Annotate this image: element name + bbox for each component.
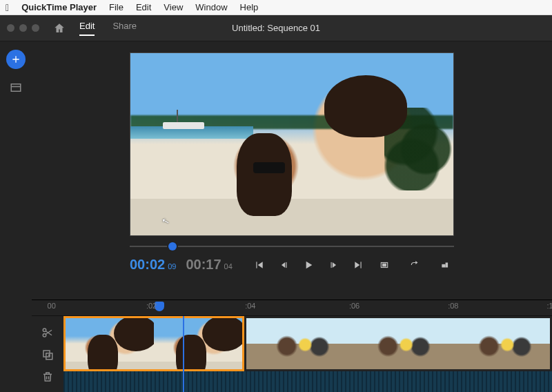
mac-menubar:  QuickTime Player File Edit View Window… bbox=[0, 0, 552, 15]
ruler-tick: :06 bbox=[349, 302, 359, 310]
clip[interactable] bbox=[244, 316, 552, 371]
add-media-button[interactable] bbox=[6, 50, 26, 69]
timeline-track[interactable] bbox=[63, 316, 552, 392]
scissors-icon[interactable] bbox=[37, 324, 58, 341]
clip-thumbnail bbox=[348, 318, 449, 369]
marker-button[interactable] bbox=[436, 257, 454, 273]
audio-track[interactable] bbox=[63, 371, 552, 392]
clip-thumbnail bbox=[66, 318, 154, 369]
playhead-line[interactable] bbox=[183, 316, 184, 392]
clip-thumbnail bbox=[154, 318, 242, 369]
preview-area: ↖ 00:02 09 00:17 bbox=[32, 41, 552, 295]
trash-icon[interactable] bbox=[37, 369, 58, 385]
app-window: Edit Share Untitled: Sequence 01 bbox=[0, 15, 552, 392]
svg-point-10 bbox=[43, 329, 46, 332]
home-icon[interactable] bbox=[53, 22, 66, 35]
clip-thumbnail bbox=[246, 318, 348, 369]
svg-rect-9 bbox=[446, 262, 448, 267]
menu-view[interactable]: View bbox=[164, 2, 183, 12]
go-to-start-button[interactable] bbox=[252, 257, 267, 273]
go-to-end-button[interactable] bbox=[351, 257, 366, 273]
app-menu[interactable]: QuickTime Player bbox=[21, 2, 97, 12]
svg-rect-8 bbox=[442, 264, 445, 267]
scrub-handle[interactable] bbox=[168, 242, 177, 251]
ruler-tick: :10 bbox=[546, 302, 552, 310]
clip-thumbnail bbox=[448, 318, 550, 369]
timeline bbox=[32, 316, 552, 392]
svg-point-11 bbox=[43, 334, 46, 337]
fullscreen-button[interactable] bbox=[375, 257, 393, 273]
video-frame bbox=[130, 53, 453, 235]
program-monitor[interactable]: ↖ bbox=[130, 52, 454, 236]
menu-help[interactable]: Help bbox=[240, 2, 259, 12]
traffic-zoom-icon[interactable] bbox=[32, 24, 39, 32]
window-controls[interactable] bbox=[7, 24, 39, 32]
ruler-tick: :04 bbox=[245, 302, 255, 310]
total-time: 00:17 04 bbox=[186, 257, 232, 273]
menu-file[interactable]: File bbox=[109, 2, 124, 12]
loop-button[interactable] bbox=[406, 257, 424, 273]
apple-menu-icon[interactable]:  bbox=[6, 2, 9, 13]
ruler-tick: :08 bbox=[448, 302, 458, 310]
svg-rect-3 bbox=[286, 262, 286, 267]
transport-bar: 00:02 09 00:17 04 bbox=[130, 257, 454, 273]
tab-edit[interactable]: Edit bbox=[79, 21, 95, 35]
timeline-ruler[interactable]: 00:02:04:06:08:10 bbox=[32, 300, 552, 316]
ruler-tick: :02 bbox=[146, 302, 157, 310]
current-time: 00:02 09 bbox=[130, 257, 176, 273]
tab-share[interactable]: Share bbox=[112, 21, 137, 35]
main-area: ↖ 00:02 09 00:17 bbox=[32, 41, 552, 392]
project-panel-icon[interactable] bbox=[10, 81, 22, 94]
clip[interactable] bbox=[63, 316, 244, 371]
step-forward-button[interactable] bbox=[326, 257, 341, 273]
step-back-button[interactable] bbox=[277, 257, 292, 273]
traffic-close-icon[interactable] bbox=[7, 24, 14, 32]
svg-rect-7 bbox=[383, 264, 386, 266]
svg-rect-2 bbox=[256, 262, 257, 268]
left-rail bbox=[0, 41, 32, 392]
mode-tabs: Edit Share bbox=[79, 21, 137, 35]
traffic-minimize-icon[interactable] bbox=[19, 24, 27, 32]
menu-edit[interactable]: Edit bbox=[136, 2, 151, 12]
play-button[interactable] bbox=[302, 257, 317, 273]
svg-rect-4 bbox=[331, 262, 332, 267]
svg-rect-0 bbox=[11, 84, 21, 92]
document-title: Untitled: Sequence 01 bbox=[232, 23, 320, 33]
preview-scrub[interactable] bbox=[130, 240, 454, 253]
duplicate-icon[interactable] bbox=[37, 346, 58, 363]
ruler-tick: 00 bbox=[48, 302, 56, 310]
window-titlebar: Edit Share Untitled: Sequence 01 bbox=[0, 15, 552, 41]
menu-window[interactable]: Window bbox=[195, 2, 227, 12]
timeline-tools bbox=[32, 316, 63, 392]
svg-rect-5 bbox=[361, 262, 362, 268]
